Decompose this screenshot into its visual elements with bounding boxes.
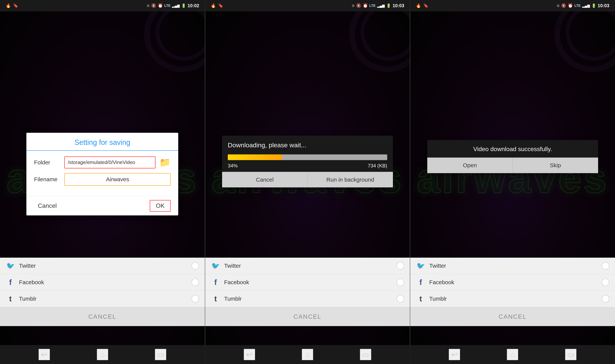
facebook-share-item-1[interactable]: f Facebook	[0, 274, 205, 291]
save-setting-dialog: Setting for saving Folder 📁 Filename Can…	[26, 133, 178, 215]
signal-icon-1: ▂▄▆	[172, 4, 180, 8]
facebook-share-item-2[interactable]: f Facebook	[205, 274, 410, 291]
tumblr-icon-1: t	[6, 294, 15, 303]
twitter-share-item-2[interactable]: 🐦 Twitter	[205, 258, 410, 274]
success-title: Video download successfully.	[427, 140, 598, 157]
twitter-label-1: Twitter	[19, 262, 36, 269]
alarm-icon-3: ⏰	[568, 3, 573, 8]
facebook-icon-2: f	[211, 278, 220, 287]
cancel-bar-1: CANCEL	[0, 307, 205, 326]
signal-icon-2: ▂▄▆	[377, 4, 385, 8]
share-bar-3: 🐦 Twitter f Facebook t Tumblr CANCEL	[410, 258, 615, 326]
recent-button-1[interactable]: ▭	[155, 349, 166, 360]
dialog-title-1: Setting for saving	[26, 133, 178, 151]
twitter-icon-3: 🐦	[416, 261, 425, 271]
home-button-1[interactable]: ⌂	[97, 349, 108, 360]
twitter-radio-2[interactable]	[396, 262, 404, 270]
ok-button-dialog1[interactable]: OK	[150, 200, 171, 212]
twitter-share-item-3[interactable]: 🐦 Twitter	[410, 258, 615, 274]
facebook-label-3: Facebook	[429, 279, 454, 286]
cancel-bar-3: CANCEL	[410, 307, 615, 326]
folder-field-row: Folder 📁	[34, 156, 171, 168]
tumblr-radio-2[interactable]	[396, 295, 404, 303]
lte-badge-3: LTE	[574, 4, 581, 8]
nav-section-1: ↩ ⌂ ▭	[0, 345, 205, 364]
share-bar-2: 🐦 Twitter f Facebook t Tumblr CANCEL	[205, 258, 410, 326]
time-display-3: 10:03	[598, 3, 609, 8]
alarm-icon-1: ⏰	[158, 3, 163, 8]
recent-button-3[interactable]: ▭	[565, 349, 576, 360]
twitter-icon-2: 🐦	[211, 261, 220, 271]
status-bar-panel3: 🔥 🔖 ⊙ 🔇 ⏰ LTE ▂▄▆ 🔋 10:03	[410, 0, 615, 11]
bookmark-icon-1: 🔖	[13, 3, 18, 8]
fire-icon-1: 🔥	[6, 3, 11, 8]
twitter-radio-3[interactable]	[602, 262, 609, 270]
twitter-label-2: Twitter	[224, 262, 241, 269]
time-display-2: 10:03	[393, 3, 404, 8]
open-button[interactable]: Open	[427, 157, 513, 173]
lte-badge-2: LTE	[369, 4, 376, 8]
drm-icon-3: ⊙	[557, 4, 560, 8]
skip-button[interactable]: Skip	[513, 157, 598, 173]
home-button-2[interactable]: ⌂	[302, 349, 313, 360]
progress-size: 734 (KB)	[368, 163, 387, 169]
bookmark-icon-3: 🔖	[423, 3, 428, 8]
cancel-button-download[interactable]: Cancel	[222, 172, 308, 187]
status-bar-panel1: 🔥 🔖 ⊙ 🔇 ⏰ LTE ▂▄▆ 🔋 10:02	[0, 0, 205, 11]
tumblr-label-3: Tumblr	[429, 296, 447, 302]
status-bar-panel2: 🔥 🔖 ⊙ 🔇 ⏰ LTE ▂▄▆ 🔋 10:03	[205, 0, 410, 11]
fire-icon-3: 🔥	[416, 3, 421, 8]
facebook-share-item-3[interactable]: f Facebook	[410, 274, 615, 291]
cancel-bar-text-1[interactable]: CANCEL	[88, 313, 116, 320]
nav-section-2: ↩ ⌂ ▭	[205, 345, 410, 364]
battery-icon-1: 🔋	[181, 3, 186, 8]
downloading-title: Downloading, please wait...	[222, 136, 393, 153]
back-button-2[interactable]: ↩	[244, 349, 255, 360]
facebook-radio-1[interactable]	[191, 278, 199, 286]
facebook-label-2: Facebook	[224, 279, 249, 286]
cancel-bar-text-2[interactable]: CANCEL	[293, 313, 322, 320]
filename-input[interactable]	[64, 173, 171, 186]
bookmark-icon-2: 🔖	[218, 3, 223, 8]
recent-button-2[interactable]: ▭	[360, 349, 371, 360]
filename-field-row: Filename	[34, 173, 171, 186]
alarm-icon-2: ⏰	[363, 3, 368, 8]
tumblr-share-item-2[interactable]: t Tumblr	[205, 291, 410, 307]
cancel-bar-2: CANCEL	[205, 307, 410, 326]
volume-mute-icon-1: 🔇	[151, 3, 156, 8]
folder-label: Folder	[34, 159, 61, 166]
cancel-button-dialog1[interactable]: Cancel	[34, 200, 61, 211]
tumblr-icon-2: t	[211, 294, 220, 303]
facebook-radio-3[interactable]	[602, 278, 609, 286]
progress-bar-container	[228, 155, 387, 160]
downloading-dialog: Downloading, please wait... 34% 734 (KB)…	[222, 136, 393, 187]
back-button-1[interactable]: ↩	[39, 349, 50, 360]
lte-badge-1: LTE	[164, 4, 171, 8]
tumblr-share-item-1[interactable]: t Tumblr	[0, 291, 205, 307]
folder-icon[interactable]: 📁	[159, 157, 171, 168]
progress-info: 34% 734 (KB)	[222, 162, 393, 172]
share-bar-1: 🐦 Twitter f Facebook t Tumblr CANCEL	[0, 258, 205, 326]
twitter-share-item-1[interactable]: 🐦 Twitter	[0, 258, 205, 274]
run-background-button[interactable]: Run in background	[308, 172, 393, 187]
tumblr-radio-3[interactable]	[602, 295, 609, 303]
folder-input[interactable]	[64, 156, 155, 168]
back-button-3[interactable]: ↩	[449, 349, 460, 360]
panel-save-setting: airwaves Setting for saving Folder 📁 Fil…	[0, 11, 205, 345]
facebook-radio-2[interactable]	[396, 278, 404, 286]
success-dialog: Video download successfully. Open Skip	[427, 140, 598, 173]
volume-mute-icon-2: 🔇	[356, 3, 361, 8]
cancel-bar-text-3[interactable]: CANCEL	[499, 313, 527, 320]
battery-icon-2: 🔋	[386, 3, 391, 8]
panel-downloading: airwaves Downloading, please wait... 34%…	[205, 11, 410, 345]
home-button-3[interactable]: ⌂	[507, 349, 518, 360]
tumblr-label-2: Tumblr	[224, 296, 242, 302]
volume-mute-icon-3: 🔇	[561, 3, 566, 8]
fire-icon-2: 🔥	[211, 3, 216, 8]
tumblr-share-item-3[interactable]: t Tumblr	[410, 291, 615, 307]
facebook-icon-1: f	[6, 278, 15, 287]
twitter-radio-1[interactable]	[191, 262, 199, 270]
tumblr-radio-1[interactable]	[191, 295, 199, 303]
signal-icon-3: ▂▄▆	[582, 4, 590, 8]
time-display-1: 10:02	[188, 3, 199, 8]
